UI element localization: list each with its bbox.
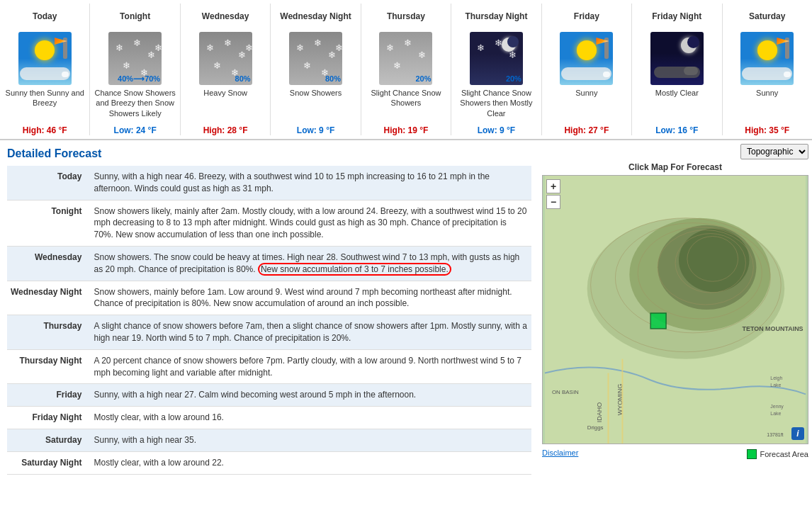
table-row: Today Sunny, with a high near 46. Breezy…: [7, 166, 531, 200]
weather-icon: [740, 32, 794, 85]
table-row: Tonight Snow showers likely, mainly afte…: [7, 200, 531, 246]
svg-text:TETON MOUNTAINS: TETON MOUNTAINS: [743, 325, 803, 332]
map-section: TopographicRadarSatellite Click Map For …: [538, 140, 812, 482]
forecast-day-saturday[interactable]: Saturday Sunny High: 35 °F: [723, 4, 812, 135]
detailed-forecast: Detailed Forecast Today Sunny, with a hi…: [0, 140, 538, 482]
weather-icon: ❄❄❄❄❄❄ 80%: [199, 32, 252, 85]
day-header: Thursday Night: [454, 4, 538, 29]
svg-text:ON BASIN: ON BASIN: [552, 389, 579, 395]
weather-desc: Mostly Clear: [635, 88, 718, 123]
period-label: Wednesday Night: [7, 281, 90, 315]
map-controls: TopographicRadarSatellite: [542, 144, 808, 159]
day-header: Friday Night: [635, 4, 718, 29]
weather-desc: Chance Snow Showers and Breezy then Snow…: [93, 88, 176, 123]
map-svg: TETON MOUNTAINS ON BASIN Driggs JACKSON …: [543, 176, 808, 444]
period-label: Friday: [7, 384, 90, 407]
svg-point-4: [679, 229, 749, 293]
period-label: Friday Night: [7, 407, 90, 429]
forecast-day-thursday[interactable]: Thursday ❄❄❄❄ 20% Slight Chance Snow Sho…: [361, 4, 451, 135]
temp-display: Low: 24 °F: [93, 125, 176, 135]
legend-label: Forecast Area: [760, 450, 808, 458]
table-row: Thursday A slight chance of snow showers…: [7, 315, 531, 350]
temp-display: High: 46 °F: [3, 125, 86, 135]
info-icon[interactable]: i: [791, 427, 804, 440]
temp-display: High: 19 °F: [364, 125, 448, 135]
forecast-day-wednesday[interactable]: Wednesday ❄❄❄❄❄❄ 80% Heavy Snow High: 28…: [181, 4, 271, 135]
zoom-in-button[interactable]: +: [546, 179, 560, 193]
period-label: Thursday: [7, 315, 90, 350]
weather-desc: Slight Chance Snow Showers: [364, 88, 448, 123]
svg-text:Lake: Lake: [770, 411, 781, 416]
weather-desc: Slight Chance Snow Showers then Mostly C…: [454, 88, 538, 123]
period-label: Saturday: [7, 429, 90, 451]
forecast-day-wednesday-night[interactable]: Wednesday Night ❄❄❄❄❄❄ 80% Snow Showers …: [271, 4, 361, 135]
main-layout: Detailed Forecast Today Sunny, with a hi…: [0, 140, 812, 482]
forecast-day-thursday-night[interactable]: Thursday Night ❄❄❄ 20% Slight Chance Sno…: [451, 4, 541, 135]
weather-icon: [18, 32, 72, 85]
forecast-day-friday[interactable]: Friday Sunny High: 27 °F: [542, 4, 632, 135]
forecast-text: Sunny, with a high near 27. Calm wind be…: [90, 384, 531, 407]
day-header: Today: [3, 4, 86, 29]
forecast-text: Snow showers. The snow could be heavy at…: [90, 246, 531, 281]
forecast-day-tonight[interactable]: Tonight ❄❄❄❄❄❄ 40%⟶70% Chance Snow Showe…: [90, 4, 180, 135]
forecast-strip: Today Sunny then Sunny and Breezy High: …: [0, 0, 812, 140]
weather-desc: Heavy Snow: [184, 88, 267, 123]
temp-display: High: 35 °F: [726, 125, 809, 135]
svg-text:IDAHO: IDAHO: [596, 402, 603, 422]
svg-text:Lake: Lake: [770, 383, 781, 388]
table-row: Saturday Sunny, with a high near 35.: [7, 429, 531, 451]
table-row: Thursday Night A 20 percent chance of sn…: [7, 349, 531, 384]
temp-display: Low: 9 °F: [274, 125, 357, 135]
map-click-label: Click Map For Forecast: [542, 162, 808, 172]
legend-box: [747, 449, 757, 459]
forecast-text: Snow showers likely, mainly after 2am. M…: [90, 200, 531, 246]
period-label: Wednesday: [7, 246, 90, 281]
table-row: Friday Night Mostly clear, with a low ar…: [7, 407, 531, 429]
weather-icon: [560, 32, 613, 85]
period-label: Today: [7, 166, 90, 200]
weather-icon: [650, 32, 704, 85]
forecast-text: Mostly clear, with a low around 22.: [90, 451, 531, 474]
day-header: Wednesday: [184, 4, 267, 29]
forecast-text: A slight chance of snow showers before 7…: [90, 315, 531, 350]
forecast-table: Today Sunny, with a high near 46. Breezy…: [7, 166, 531, 475]
forecast-text: Sunny, with a high near 35.: [90, 429, 531, 451]
weather-icon: ❄❄❄❄❄❄ 40%⟶70%: [108, 32, 162, 85]
weather-desc: Snow Showers: [274, 88, 357, 123]
day-header: Tonight: [93, 4, 176, 29]
weather-desc: Sunny: [726, 88, 809, 123]
weather-desc: Sunny then Sunny and Breezy: [3, 88, 86, 123]
svg-rect-22: [650, 313, 666, 329]
svg-text:13781ft: 13781ft: [767, 432, 783, 437]
table-row: Wednesday Night Snow showers, mainly bef…: [7, 281, 531, 315]
weather-icon: ❄❄❄❄ 20%: [379, 32, 432, 85]
day-header: Thursday: [364, 4, 448, 29]
forecast-text: Snow showers, mainly before 1am. Low aro…: [90, 281, 531, 315]
svg-text:Driggs: Driggs: [587, 424, 604, 431]
svg-text:Jenny: Jenny: [770, 404, 784, 410]
day-header: Friday: [545, 4, 628, 29]
forecast-text: Mostly clear, with a low around 16.: [90, 407, 531, 429]
temp-display: High: 28 °F: [184, 125, 267, 135]
temp-display: Low: 9 °F: [454, 125, 538, 135]
forecast-day-today[interactable]: Today Sunny then Sunny and Breezy High: …: [0, 4, 90, 135]
table-row: Friday Sunny, with a high near 27. Calm …: [7, 384, 531, 407]
forecast-text: Sunny, with a high near 46. Breezy, with…: [90, 166, 531, 200]
map-type-select[interactable]: TopographicRadarSatellite: [740, 144, 808, 159]
detailed-forecast-title: Detailed Forecast: [7, 147, 531, 160]
period-label: Thursday Night: [7, 349, 90, 384]
table-row: Saturday Night Mostly clear, with a low …: [7, 451, 531, 474]
forecast-text: A 20 percent chance of snow showers befo…: [90, 349, 531, 384]
disclaimer-link[interactable]: Disclaimer: [542, 448, 578, 457]
weather-icon: ❄❄❄ 20%: [470, 32, 523, 85]
forecast-area-legend: Forecast Area: [747, 449, 808, 459]
map-container[interactable]: + − TETON MOUNTAINS: [542, 175, 808, 444]
period-label: Saturday Night: [7, 451, 90, 474]
zoom-out-button[interactable]: −: [546, 195, 560, 209]
forecast-day-friday-night[interactable]: Friday Night Mostly Clear Low: 16 °F: [632, 4, 722, 135]
day-header: Wednesday Night: [274, 4, 357, 29]
table-row: Wednesday Snow showers. The snow could b…: [7, 246, 531, 281]
svg-text:Leigh: Leigh: [770, 376, 782, 381]
weather-desc: Sunny: [545, 88, 628, 123]
temp-display: Low: 16 °F: [635, 125, 718, 135]
